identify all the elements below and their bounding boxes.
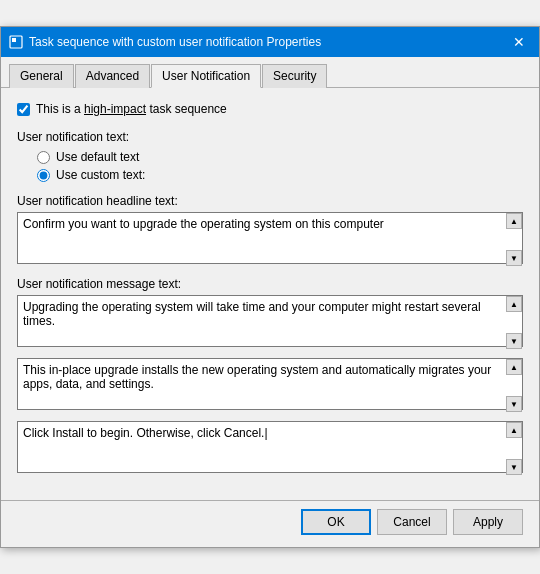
headline-wrapper: ▲ ▼: [17, 212, 523, 267]
msg3-scroll-up[interactable]: ▲: [506, 422, 522, 438]
high-impact-row: This is a high-impact task sequence: [17, 102, 523, 116]
msg3-scroll-down[interactable]: ▼: [506, 459, 522, 475]
tab-general[interactable]: General: [9, 64, 74, 88]
tab-bar: General Advanced User Notification Secur…: [1, 57, 539, 88]
tab-security[interactable]: Security: [262, 64, 327, 88]
radio-custom[interactable]: [37, 169, 50, 182]
svg-rect-1: [12, 38, 16, 42]
high-impact-label: This is a high-impact task sequence: [36, 102, 227, 116]
radio-default-row: Use default text: [37, 150, 523, 164]
msg1-scroll-down[interactable]: ▼: [506, 333, 522, 349]
window-icon: [9, 35, 23, 49]
headline-label: User notification headline text:: [17, 194, 523, 208]
tab-content: This is a high-impact task sequence User…: [1, 88, 539, 496]
title-bar: Task sequence with custom user notificat…: [1, 27, 539, 57]
radio-custom-row: Use custom text:: [37, 168, 523, 182]
high-impact-checkbox[interactable]: [17, 103, 30, 116]
headline-scroll-down[interactable]: ▼: [506, 250, 522, 266]
window-title: Task sequence with custom user notificat…: [29, 35, 321, 49]
high-impact-link: high-impact: [84, 102, 146, 116]
msg2-scroll-down[interactable]: ▼: [506, 396, 522, 412]
tab-advanced[interactable]: Advanced: [75, 64, 150, 88]
message-wrapper-1: ▲ ▼: [17, 295, 523, 350]
cancel-button[interactable]: Cancel: [377, 509, 447, 535]
user-notification-text-label: User notification text:: [17, 130, 523, 144]
message-wrapper-2: ▲ ▼: [17, 358, 523, 413]
message-label: User notification message text:: [17, 277, 523, 291]
dialog-content: General Advanced User Notification Secur…: [1, 57, 539, 547]
tab-user-notification[interactable]: User Notification: [151, 64, 261, 88]
title-bar-left: Task sequence with custom user notificat…: [9, 35, 321, 49]
message-textarea-2[interactable]: [17, 358, 523, 410]
radio-custom-label: Use custom text:: [56, 168, 145, 182]
message-textarea-3[interactable]: [17, 421, 523, 473]
headline-scroll-up[interactable]: ▲: [506, 213, 522, 229]
apply-button[interactable]: Apply: [453, 509, 523, 535]
radio-default-label: Use default text: [56, 150, 139, 164]
dialog-window: Task sequence with custom user notificat…: [0, 26, 540, 548]
msg1-scroll-up[interactable]: ▲: [506, 296, 522, 312]
ok-button[interactable]: OK: [301, 509, 371, 535]
footer: OK Cancel Apply: [1, 500, 539, 547]
message-textarea-1[interactable]: [17, 295, 523, 347]
radio-group: Use default text Use custom text:: [37, 150, 523, 182]
close-button[interactable]: ✕: [507, 33, 531, 51]
message-wrapper-3: ▲ ▼: [17, 421, 523, 476]
headline-textarea[interactable]: [17, 212, 523, 264]
radio-default[interactable]: [37, 151, 50, 164]
msg2-scroll-up[interactable]: ▲: [506, 359, 522, 375]
